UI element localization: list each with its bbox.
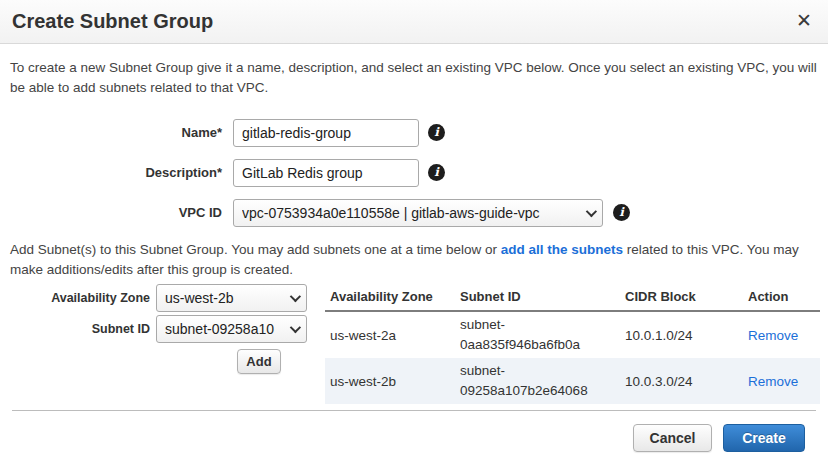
subnets-table: Availability Zone Subnet ID CIDR Block A…	[325, 283, 820, 404]
cell-subnet-id: subnet-0aa835f946ba6fb0a	[455, 315, 605, 354]
cell-availability-zone: us-west-2b	[325, 374, 455, 389]
subnet-id-select[interactable]: subnet-09258a10	[156, 315, 307, 343]
name-input[interactable]	[233, 119, 419, 147]
intro-text: To create a new Subnet Group give it a n…	[10, 58, 818, 99]
cell-cidr-block: 10.0.1.0/24	[620, 328, 743, 343]
description-input[interactable]	[233, 159, 419, 187]
create-button[interactable]: Create	[723, 424, 805, 452]
column-header-availability-zone: Availability Zone	[325, 289, 455, 304]
create-subnet-group-dialog: Create Subnet Group ✕ To create a new Su…	[0, 0, 828, 462]
description-info-icon[interactable]: i	[428, 164, 445, 181]
availability-zone-select[interactable]: us-west-2b	[156, 284, 307, 312]
remove-link[interactable]: Remove	[748, 328, 798, 343]
availability-zone-label: Availability Zone	[0, 284, 150, 313]
dialog-header: Create Subnet Group ✕	[0, 0, 828, 44]
vpc-info-icon[interactable]: i	[613, 204, 630, 221]
subnets-table-header: Availability Zone Subnet ID CIDR Block A…	[325, 283, 820, 312]
subnet-id-select-value: subnet-09258a10	[165, 321, 290, 337]
subnet-id-label: Subnet ID	[0, 315, 150, 344]
add-button[interactable]: Add	[237, 349, 281, 374]
close-icon[interactable]: ✕	[796, 9, 812, 33]
remove-link[interactable]: Remove	[748, 374, 798, 389]
name-label: Name*	[0, 119, 222, 147]
column-header-cidr-block: CIDR Block	[620, 289, 743, 304]
vpc-id-select-value: vpc-0753934a0e110558e | gitlab-aws-guide…	[242, 205, 580, 221]
vpc-id-label: VPC ID	[0, 199, 222, 227]
cancel-button[interactable]: Cancel	[633, 424, 712, 452]
availability-zone-select-value: us-west-2b	[165, 290, 284, 306]
table-row: us-west-2a subnet-0aa835f946ba6fb0a 10.0…	[325, 312, 820, 358]
description-label: Description*	[0, 159, 222, 187]
add-subnets-text-before: Add Subnet(s) to this Subnet Group. You …	[10, 242, 501, 257]
cell-availability-zone: us-west-2a	[325, 328, 455, 343]
chevron-down-icon	[290, 322, 301, 333]
vpc-id-select[interactable]: vpc-0753934a0e110558e | gitlab-aws-guide…	[233, 199, 603, 227]
cell-cidr-block: 10.0.3.0/24	[620, 374, 743, 389]
column-header-subnet-id: Subnet ID	[455, 289, 620, 304]
add-all-subnets-link[interactable]: add all the subnets	[501, 242, 623, 257]
name-info-icon[interactable]: i	[428, 124, 445, 141]
chevron-down-icon	[290, 291, 301, 302]
table-row: us-west-2b subnet-09258a107b2e64068 10.0…	[325, 358, 820, 404]
dialog-title: Create Subnet Group	[12, 10, 213, 33]
add-subnets-text: Add Subnet(s) to this Subnet Group. You …	[10, 240, 820, 279]
chevron-down-icon	[586, 206, 597, 217]
footer-divider	[12, 410, 816, 411]
column-header-action: Action	[743, 289, 820, 304]
cell-subnet-id: subnet-09258a107b2e64068	[455, 361, 605, 400]
